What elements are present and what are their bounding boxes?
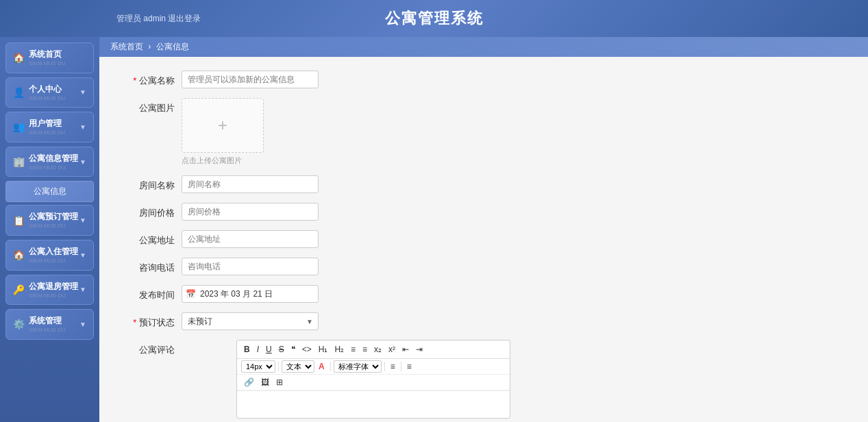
sidebar-item-checkin[interactable]: 🏠 公寓入住管理 SIEM MUD DU ▼: [5, 240, 94, 271]
sidebar-item-apt-info-mgmt[interactable]: 🏢 公寓信息管理 SIEM MUD DU ▼: [5, 147, 94, 177]
sidebar-item-user-mgmt[interactable]: 👥 用户管理 SIEM MUD DU ▼: [5, 112, 94, 142]
date-input-wrapper: 📅: [182, 285, 319, 303]
chevron-down-icon-7: ▼: [79, 321, 86, 328]
sidebar-item-home[interactable]: 🏠 系统首页 SIEM MUD DU: [5, 42, 94, 73]
h2-button[interactable]: H₂: [332, 343, 347, 356]
form-row-apt-image: 公寓图片 + 点击上传公寓图片: [127, 98, 841, 166]
font-size-select[interactable]: 14px: [241, 360, 275, 373]
form-row-consult-phone: 咨询电话: [127, 258, 841, 275]
apt-name-input[interactable]: [182, 71, 319, 88]
users-icon: 👥: [13, 121, 25, 132]
sidebar-sys-label: 系统管理: [29, 315, 66, 327]
top-header: 管理员 admin 退出登录 公寓管理系统: [0, 0, 868, 37]
sidebar-checkout-label: 公寓退房管理: [29, 281, 78, 293]
align-left-btn2[interactable]: ≡: [388, 360, 398, 373]
sidebar-apt-info-child-label: 公寓信息: [34, 186, 66, 196]
subscript-button[interactable]: x₂: [371, 343, 384, 356]
form-row-apt-address: 公寓地址: [127, 230, 841, 248]
link-button[interactable]: 🔗: [241, 376, 257, 388]
sidebar-item-apt-booking[interactable]: 📋 公寓预订管理 SIEM MUD DU ▼: [5, 205, 94, 236]
table-button[interactable]: ⊞: [273, 376, 286, 388]
sidebar-checkin-label: 公寓入住管理: [29, 246, 78, 258]
code-button[interactable]: <>: [299, 343, 314, 356]
booking-icon: 📋: [13, 215, 25, 226]
superscript-button[interactable]: x²: [386, 343, 398, 356]
chevron-down-icon-5: ▼: [79, 251, 86, 259]
breadcrumb-home[interactable]: 系统首页: [110, 42, 143, 51]
breadcrumb-current: 公寓信息: [156, 42, 189, 51]
rich-text-toolbar-row3: 🔗 🖼 ⊞: [237, 375, 510, 390]
sidebar-home-label: 系统首页: [29, 49, 66, 60]
chevron-down-icon: ▼: [79, 88, 86, 96]
rich-text-toolbar-row1: B I U S ❝ <> H₁ H₂ ≡ ≡ x₂ x² ⇤ ⇥: [237, 340, 510, 359]
sidebar: 🏠 系统首页 SIEM MUD DU 👤 个人中心 SIEM MUD DU ▼ …: [0, 37, 99, 422]
align-center-button[interactable]: ≡: [360, 343, 370, 356]
content-area: 系统首页 › 公寓信息 * 公寓名称 公寓图片 + 点击上传公寓图片: [99, 37, 868, 422]
room-name-label: 房间名称: [127, 175, 182, 192]
form-row-room-price: 房间价格: [127, 203, 841, 221]
admin-info[interactable]: 管理员 admin 退出登录: [116, 13, 201, 25]
room-price-label: 房间价格: [127, 203, 182, 219]
sidebar-item-personal[interactable]: 👤 个人中心 SIEM MUD DU ▼: [5, 77, 94, 108]
breadcrumb: 系统首页 › 公寓信息: [99, 37, 868, 57]
publish-time-label: 发布时间: [127, 285, 182, 301]
font-color-button[interactable]: A: [316, 360, 327, 373]
form-row-apt-review: 公寓评论 B I U S ❝ <> H₁ H₂ ≡ ≡ x₂: [127, 340, 841, 419]
list-button[interactable]: ≡: [404, 360, 414, 373]
building-icon: 🏢: [13, 156, 25, 167]
align-left-button[interactable]: ≡: [348, 343, 358, 356]
form-row-publish-time: 发布时间 📅: [127, 285, 841, 303]
checkin-icon: 🏠: [13, 249, 25, 260]
form-row-apt-name: * 公寓名称: [127, 71, 841, 88]
person-icon: 👤: [13, 87, 25, 98]
format-select[interactable]: 文本: [282, 360, 314, 373]
sidebar-item-checkout[interactable]: 🔑 公寓退房管理 SIEM MUD DU ▼: [5, 275, 94, 306]
sidebar-child-apt-info[interactable]: 公寓信息: [5, 181, 94, 202]
h1-button[interactable]: H₁: [316, 343, 331, 356]
tb-divider-3: [384, 362, 385, 371]
font-family-select[interactable]: 标准字体: [334, 360, 382, 373]
apt-review-label: 公寓评论: [127, 340, 182, 356]
plus-icon: +: [218, 116, 227, 135]
booking-status-wrapper: 未预订 已预订: [182, 312, 319, 330]
checkout-icon: 🔑: [13, 284, 25, 295]
rich-text-editor: B I U S ❝ <> H₁ H₂ ≡ ≡ x₂ x² ⇤ ⇥: [236, 340, 510, 419]
form-area: * 公寓名称 公寓图片 + 点击上传公寓图片 房间名称: [99, 57, 868, 422]
sidebar-item-sys-mgmt[interactable]: ⚙️ 系统管理 SIEM MUD DU ▼: [5, 309, 94, 340]
tb-divider-4: [401, 362, 401, 371]
system-title: 公寓管理系统: [385, 10, 484, 27]
indent-decrease-button[interactable]: ⇤: [399, 343, 412, 356]
home-icon: 🏠: [13, 52, 25, 63]
gear-icon: ⚙️: [13, 319, 25, 330]
image-upload-box[interactable]: +: [182, 98, 264, 153]
booking-status-select[interactable]: 未预订 已预订: [182, 312, 319, 330]
blockquote-button[interactable]: ❝: [288, 343, 298, 356]
strikethrough-button[interactable]: S: [276, 343, 287, 356]
main-layout: 🏠 系统首页 SIEM MUD DU 👤 个人中心 SIEM MUD DU ▼ …: [0, 37, 868, 422]
chevron-down-icon-3: ▼: [79, 158, 86, 166]
form-row-room-name: 房间名称: [127, 175, 841, 193]
upload-hint: 点击上传公寓图片: [182, 156, 242, 166]
chevron-down-icon-4: ▼: [79, 216, 86, 224]
sidebar-apt-info-label: 公寓信息管理: [29, 153, 78, 164]
consult-phone-label: 咨询电话: [127, 258, 182, 274]
sidebar-booking-label: 公寓预订管理: [29, 211, 78, 223]
image-button[interactable]: 🖼: [258, 376, 272, 388]
indent-increase-button[interactable]: ⇥: [413, 343, 425, 356]
form-row-booking-status: * 预订状态 未预订 已预订: [127, 312, 841, 330]
calendar-icon: 📅: [186, 289, 196, 299]
italic-button[interactable]: I: [254, 343, 262, 356]
apt-address-label: 公寓地址: [127, 230, 182, 247]
sidebar-personal-label: 个人中心: [29, 84, 66, 95]
room-name-input[interactable]: [182, 175, 319, 193]
apt-image-label: 公寓图片: [127, 98, 182, 114]
consult-phone-input[interactable]: [182, 258, 319, 275]
apt-address-input[interactable]: [182, 230, 319, 248]
room-price-input[interactable]: [182, 203, 319, 221]
chevron-down-icon-6: ▼: [79, 286, 86, 293]
underline-button[interactable]: U: [263, 343, 275, 356]
rich-text-toolbar-row2: 14px 文本 A 标准字体 ≡ ≡: [237, 359, 510, 375]
publish-time-input[interactable]: [182, 285, 319, 303]
bold-button[interactable]: B: [241, 343, 253, 356]
rich-text-content[interactable]: [237, 390, 510, 418]
